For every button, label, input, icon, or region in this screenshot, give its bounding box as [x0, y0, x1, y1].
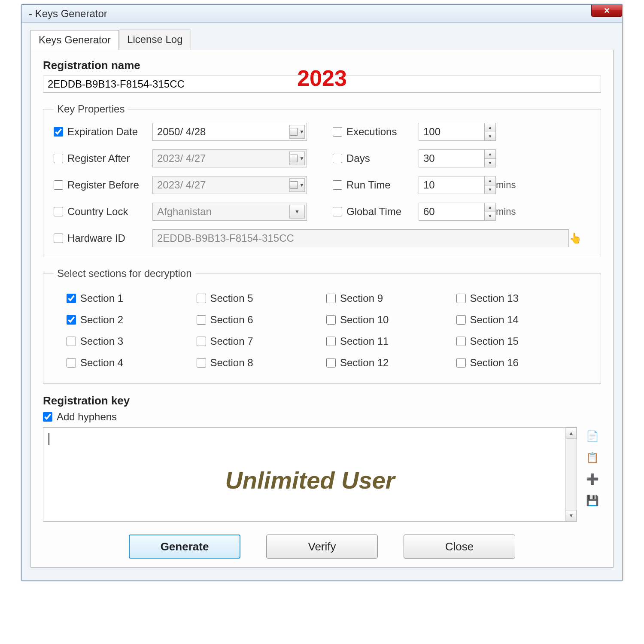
- section-5-checkbox[interactable]: [197, 294, 206, 303]
- register-after-check[interactable]: Register After: [54, 152, 152, 164]
- registration-name-input[interactable]: [43, 76, 601, 93]
- register-after-checkbox[interactable]: [54, 154, 63, 163]
- section-checkbox-15[interactable]: Section 15: [456, 335, 578, 347]
- paste-icon[interactable]: 📋: [586, 451, 599, 464]
- sections-group: Select sections for decryption Section 1…: [43, 267, 601, 384]
- add-hyphens-check[interactable]: Add hyphens: [43, 411, 601, 423]
- tab-license-log[interactable]: License Log: [119, 30, 191, 50]
- section-8-checkbox[interactable]: [197, 358, 206, 368]
- global-time-field[interactable]: 60 ▲▼: [419, 203, 496, 221]
- hardware-id-check[interactable]: Hardware ID: [54, 232, 152, 244]
- section-checkbox-8[interactable]: Section 8: [197, 357, 318, 369]
- section-checkbox-12[interactable]: Section 12: [326, 357, 448, 369]
- section-1-checkbox[interactable]: [67, 294, 76, 303]
- tab-keys-generator[interactable]: Keys Generator: [30, 30, 119, 50]
- scroll-down-icon[interactable]: ▼: [566, 510, 577, 521]
- sections-legend: Select sections for decryption: [54, 267, 195, 279]
- paste-hardware-id-icon[interactable]: 👆: [569, 232, 582, 245]
- run-time-field[interactable]: 10 ▲▼: [419, 176, 496, 194]
- section-13-checkbox[interactable]: [456, 294, 466, 303]
- section-12-checkbox[interactable]: [326, 358, 336, 368]
- run-time-check[interactable]: Run Time: [333, 179, 419, 191]
- window: - Keys Generator ✕ Keys Generator Licens…: [21, 4, 623, 581]
- section-3-checkbox[interactable]: [67, 337, 76, 346]
- section-checkbox-16[interactable]: Section 16: [456, 357, 578, 369]
- run-time-checkbox[interactable]: [333, 180, 342, 190]
- global-time-checkbox[interactable]: [333, 207, 342, 216]
- spin-up-icon[interactable]: ▲: [484, 203, 495, 212]
- spin-up-icon[interactable]: ▲: [484, 123, 495, 132]
- register-before-check[interactable]: Register Before: [54, 179, 152, 191]
- days-check[interactable]: Days: [333, 152, 419, 164]
- expiration-date-field[interactable]: 2050/ 4/28 ▼: [152, 123, 307, 141]
- section-7-checkbox[interactable]: [197, 337, 206, 346]
- days-field[interactable]: 30 ▲▼: [419, 149, 496, 167]
- section-11-checkbox[interactable]: [326, 337, 336, 346]
- section-10-checkbox[interactable]: [326, 315, 336, 325]
- country-lock-check[interactable]: Country Lock: [54, 206, 152, 218]
- section-checkbox-4[interactable]: Section 4: [67, 357, 188, 369]
- section-checkbox-10[interactable]: Section 10: [326, 314, 448, 326]
- close-window-button[interactable]: ✕: [591, 5, 622, 17]
- section-2-checkbox[interactable]: [67, 315, 76, 325]
- country-lock-field[interactable]: Afghanistan ▼: [152, 203, 307, 221]
- section-checkbox-14[interactable]: Section 14: [456, 314, 578, 326]
- global-time-check[interactable]: Global Time: [333, 206, 419, 218]
- add-icon[interactable]: ➕: [586, 473, 599, 486]
- register-before-field[interactable]: 2023/ 4/27 ▼: [152, 176, 307, 194]
- spin-down-icon[interactable]: ▼: [484, 132, 495, 141]
- scroll-up-icon[interactable]: ▲: [566, 428, 577, 439]
- spin-up-icon[interactable]: ▲: [484, 176, 495, 185]
- section-checkbox-3[interactable]: Section 3: [67, 335, 188, 347]
- section-checkbox-7[interactable]: Section 7: [197, 335, 318, 347]
- calendar-dropdown-icon[interactable]: ▼: [289, 152, 305, 165]
- titlebar: - Keys Generator ✕: [22, 5, 622, 23]
- expiration-date-check[interactable]: Expiration Date: [54, 126, 152, 138]
- days-checkbox[interactable]: [333, 154, 342, 163]
- scrollbar[interactable]: ▲ ▼: [565, 428, 577, 521]
- expiration-date-checkbox[interactable]: [54, 127, 63, 137]
- verify-button[interactable]: Verify: [266, 535, 378, 559]
- close-button[interactable]: Close: [404, 535, 515, 559]
- section-9-checkbox[interactable]: [326, 294, 336, 303]
- generate-button[interactable]: Generate: [129, 535, 240, 559]
- close-icon: ✕: [604, 6, 610, 15]
- register-after-field[interactable]: 2023/ 4/27 ▼: [152, 149, 307, 167]
- section-6-checkbox[interactable]: [197, 315, 206, 325]
- section-checkbox-13[interactable]: Section 13: [456, 292, 578, 304]
- section-4-checkbox[interactable]: [67, 358, 76, 368]
- section-checkbox-1[interactable]: Section 1: [67, 292, 188, 304]
- calendar-dropdown-icon[interactable]: ▼: [289, 178, 305, 192]
- executions-field[interactable]: 100 ▲▼: [419, 123, 496, 141]
- calendar-dropdown-icon[interactable]: ▼: [289, 125, 305, 139]
- chevron-down-icon[interactable]: ▼: [289, 205, 305, 219]
- copy-icon[interactable]: 📄: [586, 430, 599, 443]
- spin-down-icon[interactable]: ▼: [484, 159, 495, 167]
- spin-down-icon[interactable]: ▼: [484, 212, 495, 221]
- unlimited-overlay: Unlimited User: [225, 466, 395, 494]
- registration-key-label: Registration key: [43, 394, 601, 407]
- section-checkbox-2[interactable]: Section 2: [67, 314, 188, 326]
- section-14-checkbox[interactable]: [456, 315, 466, 325]
- hardware-id-field[interactable]: 2EDDB-B9B13-F8154-315CC: [152, 229, 569, 247]
- button-row: Generate Verify Close: [43, 535, 601, 559]
- register-before-checkbox[interactable]: [54, 180, 63, 190]
- registration-key-textarea[interactable]: Unlimited User ▲ ▼: [43, 427, 577, 522]
- section-16-checkbox[interactable]: [456, 358, 466, 368]
- add-hyphens-checkbox[interactable]: [43, 412, 52, 422]
- client-area: Keys Generator License Log Registration …: [22, 23, 622, 580]
- section-checkbox-6[interactable]: Section 6: [197, 314, 318, 326]
- section-checkbox-11[interactable]: Section 11: [326, 335, 448, 347]
- spin-down-icon[interactable]: ▼: [484, 185, 495, 194]
- registration-name-label: Registration name: [43, 59, 601, 72]
- section-checkbox-9[interactable]: Section 9: [326, 292, 448, 304]
- section-checkbox-5[interactable]: Section 5: [197, 292, 318, 304]
- executions-checkbox[interactable]: [333, 127, 342, 137]
- tab-content: Registration name 2023 Key Properties Ex…: [30, 50, 614, 568]
- hardware-id-checkbox[interactable]: [54, 234, 63, 243]
- executions-check[interactable]: Executions: [333, 126, 419, 138]
- country-lock-checkbox[interactable]: [54, 207, 63, 216]
- section-15-checkbox[interactable]: [456, 337, 466, 346]
- save-icon[interactable]: 💾: [586, 494, 599, 507]
- spin-up-icon[interactable]: ▲: [484, 150, 495, 159]
